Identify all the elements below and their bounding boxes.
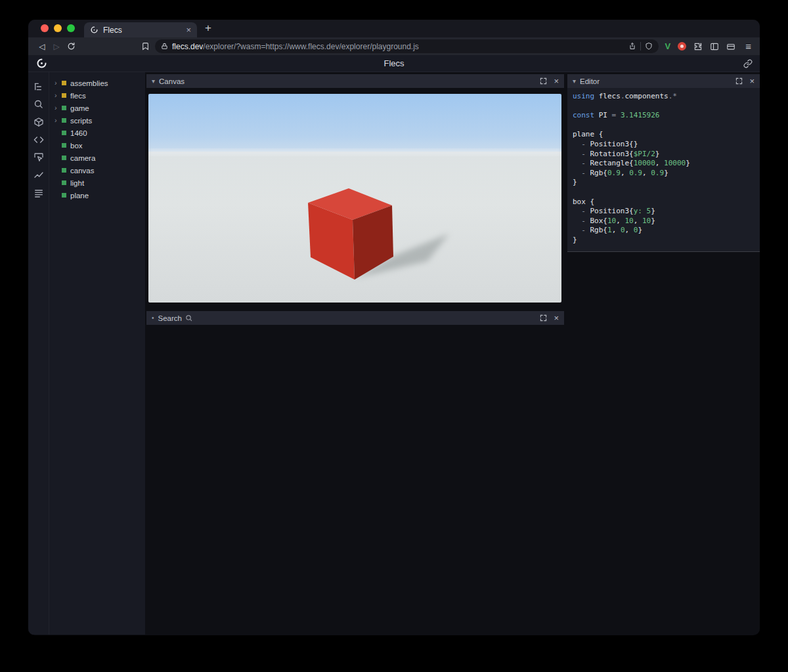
editor-close-button[interactable]: ×: [749, 77, 755, 85]
tree-item-label: camera: [70, 154, 95, 162]
code-line: - Position3{}: [573, 140, 755, 150]
chain-link-icon: [743, 59, 753, 68]
tab-close-icon[interactable]: ×: [186, 26, 191, 34]
canvas-fullscreen-button[interactable]: [540, 77, 547, 85]
reload-button[interactable]: [64, 42, 78, 51]
code-icon: [33, 135, 44, 145]
entities-button[interactable]: [31, 114, 47, 129]
extension-red-icon[interactable]: [678, 42, 686, 51]
back-button[interactable]: ◁: [35, 42, 49, 51]
entity-color-swatch: [62, 106, 66, 110]
shield-icon: [645, 42, 653, 51]
browser-menu-button[interactable]: ≡: [745, 41, 751, 52]
lock-icon: [161, 43, 168, 50]
tree-item-game[interactable]: ›game: [49, 102, 145, 114]
tab-favicon: [90, 26, 98, 34]
code-line: [573, 121, 755, 131]
url-text: flecs.dev/explorer/?wasm=https://www.fle…: [172, 42, 624, 51]
sidebar-panel-icon: [710, 42, 719, 51]
tree-item-flecs[interactable]: ›flecs: [49, 89, 145, 102]
code-line: - Rgb{1, 0, 0}: [573, 226, 755, 236]
center-column: ▾ Canvas ×: [145, 72, 565, 635]
divider: [640, 42, 641, 51]
code-line: }: [573, 178, 755, 188]
expand-chevron-icon[interactable]: ›: [55, 117, 60, 124]
fullscreen-icon: [540, 314, 547, 322]
tree-item-light[interactable]: light: [49, 177, 145, 189]
script-editor-button[interactable]: [31, 132, 47, 147]
extension-v-icon[interactable]: V: [665, 41, 671, 51]
forward-button[interactable]: ▷: [49, 42, 64, 51]
canvas-panel-header: ▾ Canvas ×: [146, 74, 564, 88]
search-close-button[interactable]: ×: [554, 314, 559, 322]
rows-icon: [33, 188, 44, 198]
tree-item-canvas[interactable]: canvas: [49, 164, 145, 177]
code-line: box {: [573, 198, 755, 207]
browser-toolbar: ◁ ▷ flecs.dev/explorer/?wasm=https://www…: [28, 37, 760, 55]
query-search-button[interactable]: [31, 96, 47, 112]
code-line: - Box{10, 10, 10}: [573, 217, 755, 226]
code-line: - Position3{y: 5}: [573, 207, 755, 217]
chevron-down-icon[interactable]: ▾: [573, 78, 576, 85]
expand-chevron-icon[interactable]: ›: [55, 79, 60, 87]
share-button[interactable]: [628, 42, 636, 51]
sidebar-toggle-button[interactable]: [710, 42, 719, 51]
entity-color-swatch: [62, 81, 66, 85]
address-bar[interactable]: flecs.dev/explorer/?wasm=https://www.fle…: [155, 39, 659, 53]
entity-color-swatch: [62, 180, 66, 185]
url-domain: flecs.dev: [172, 42, 203, 51]
minimize-window-button[interactable]: [54, 24, 62, 32]
tree-item-label: flecs: [70, 92, 86, 100]
tree-item-assemblies[interactable]: ›assemblies: [49, 77, 145, 89]
expand-chevron-icon[interactable]: ›: [55, 104, 60, 112]
code-editor[interactable]: using flecs.components.* const PI = 3.14…: [567, 88, 760, 252]
entity-tree-button[interactable]: [31, 79, 47, 94]
new-tab-button[interactable]: +: [205, 22, 211, 35]
tables-button[interactable]: [31, 185, 47, 200]
tree-item-scripts[interactable]: ›scripts: [49, 114, 145, 127]
entity-color-swatch: [62, 131, 66, 135]
tree-item-plane[interactable]: plane: [49, 189, 145, 201]
expand-chevron-icon[interactable]: ›: [55, 92, 60, 99]
search-panel-title: Search: [158, 314, 182, 322]
tree-item-label: plane: [70, 192, 89, 200]
wallet-icon: [726, 42, 735, 51]
tree-item-label: box: [70, 142, 83, 150]
bullet-icon[interactable]: •: [152, 315, 154, 322]
canvas-close-button[interactable]: ×: [554, 77, 559, 85]
cube-icon: [33, 117, 44, 127]
share-link-button[interactable]: [743, 59, 753, 71]
inspect-button[interactable]: [31, 150, 47, 165]
chevron-down-icon[interactable]: ▾: [152, 78, 155, 85]
extension-cluster: V ≡: [665, 41, 751, 52]
3d-canvas-viewport[interactable]: [148, 94, 561, 303]
editor-panel-title: Editor: [580, 77, 600, 85]
close-window-button[interactable]: [41, 24, 49, 32]
puzzle-icon: [693, 42, 703, 51]
editor-column: ▾ Editor × using flecs.components.* cons…: [567, 72, 760, 635]
3d-scene: [148, 94, 561, 303]
tree-item-box[interactable]: box: [49, 139, 145, 152]
code-line: - Rgb{0.9, 0.9, 0.9}: [573, 169, 755, 178]
fullscreen-icon: [735, 77, 743, 85]
search-panel-header: • Search ×: [146, 311, 564, 325]
brave-shield-button[interactable]: [645, 42, 653, 51]
zoom-window-button[interactable]: [67, 24, 75, 32]
code-line: - Rectangle{10000, 10000}: [573, 159, 755, 169]
search-fullscreen-button[interactable]: [540, 314, 547, 322]
extensions-puzzle-button[interactable]: [693, 42, 703, 51]
code-line: [573, 102, 755, 112]
tab-flecs[interactable]: Flecs ×: [84, 22, 197, 37]
tree-item-camera[interactable]: camera: [49, 152, 145, 164]
tree-item-1460[interactable]: 1460: [49, 127, 145, 139]
code-line: }: [573, 236, 755, 245]
search-icon: [33, 99, 43, 109]
stats-button[interactable]: [31, 167, 47, 182]
editor-panel-header: ▾ Editor ×: [567, 74, 760, 88]
code-line: using flecs.components.*: [573, 92, 755, 102]
bookmark-button[interactable]: [141, 42, 150, 51]
tab-title: Flecs: [103, 26, 181, 35]
editor-fullscreen-button[interactable]: [735, 77, 743, 85]
bookmark-icon: [141, 42, 150, 51]
wallet-button[interactable]: [726, 42, 735, 51]
